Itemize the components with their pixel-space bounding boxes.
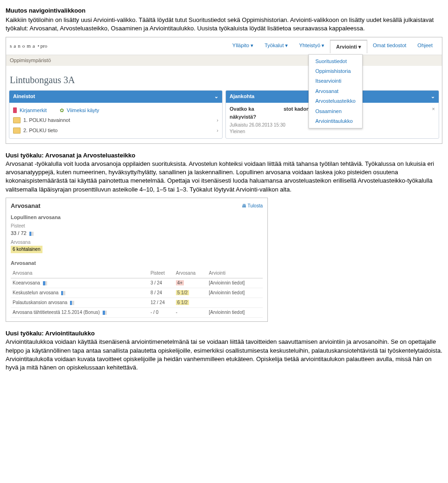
section-grades: Arvosanat <box>11 260 263 267</box>
nav-yhteistyo[interactable]: Yhteistyö ▾ <box>294 39 330 53</box>
folder-item-1[interactable]: 1. POLKU havainnot <box>23 117 70 124</box>
label-points: Pisteet <box>11 223 263 229</box>
heading-1: Muutos navigointivalikkoon <box>6 7 442 15</box>
panel-title: Ajankohta <box>230 93 254 100</box>
bar-icon <box>43 281 47 285</box>
grade-points: - / 0 <box>148 308 174 318</box>
review-link[interactable] <box>207 298 263 308</box>
chevron-down-icon[interactable]: ⌄ <box>214 93 218 100</box>
bar-icon <box>29 232 34 236</box>
notice-meta-2: Yleinen <box>230 128 435 135</box>
logo-separator-icon: • <box>38 43 40 50</box>
logo-text-2: pro <box>40 43 47 50</box>
course-title: Lintubongaus 3A <box>6 66 442 88</box>
grades-table: Arvosana Pisteet Arvosana Arviointi Koea… <box>11 269 263 318</box>
paragraph-2: Arvosanat -työkalulla voit luoda arvosan… <box>6 160 434 193</box>
grade-points: 3 / 24 <box>148 278 174 288</box>
chevron-down-icon: ▾ <box>358 44 361 50</box>
grade-badge: 4+ <box>176 280 184 285</box>
bar-icon <box>70 301 74 305</box>
grade-badge: 5 1/2 <box>176 290 189 295</box>
screenshot-arvosanat: Arvosanat 🖶 Tulosta Lopullinen arvosana … <box>6 198 268 322</box>
heading-3: Uusi työkalu: Arviointitaulukko <box>6 330 95 337</box>
arviointi-dropdown: Suoritustiedot Oppimishistoria Itsearvio… <box>308 54 363 129</box>
screenshot-nav: sanoma • pro Ylläpito ▾ Työkalut ▾ Yhtei… <box>6 37 442 144</box>
page-title: Arvosanat <box>11 202 41 210</box>
grade-name: Keskustelun arvosana <box>13 290 58 295</box>
bar-icon <box>103 311 107 315</box>
dropdown-item-arvosteluasteikko[interactable]: Arvosteluasteikko <box>309 96 362 106</box>
chevron-right-icon: › <box>217 117 218 124</box>
chevron-right-icon: › <box>217 127 218 134</box>
panel-aineistot: Aineistot ⌄ Kirjanmerkit ✿ Viimeksi käyt… <box>9 90 223 139</box>
grade-name: Palautuskansion arvosana <box>13 300 67 305</box>
review-link[interactable]: [Arvioinnin tiedot] <box>207 288 263 298</box>
panel-title: Aineistot <box>13 93 35 100</box>
grade-badge: - <box>174 308 207 318</box>
print-button[interactable]: 🖶 Tulosta <box>242 203 263 209</box>
chevron-down-icon: ▾ <box>322 43 324 48</box>
th-name: Arvosana <box>11 269 148 278</box>
chevron-down-icon: ▾ <box>285 43 288 48</box>
folder-icon <box>13 128 21 134</box>
dropdown-item-arvosanat[interactable]: Arvosanat <box>309 86 362 96</box>
th-points: Pisteet <box>148 269 174 278</box>
logo-text-1: sanoma <box>10 43 37 50</box>
nav-arviointi[interactable]: Arviointi ▾ <box>330 40 367 53</box>
review-link[interactable]: [Arvioinnin tiedot] <box>207 278 263 288</box>
label-grade: Arvosana <box>11 239 263 246</box>
nav-omat-tiedostot[interactable]: Omat tiedostot <box>367 39 412 53</box>
bar-icon <box>61 291 65 295</box>
dropdown-item-itsearviointi[interactable]: Itsearviointi <box>309 76 362 86</box>
grade-name: Arvosana tähtitieteestä 12.5.2014 (Bonus… <box>13 310 100 315</box>
grade-points: 8 / 24 <box>148 288 174 298</box>
th-review: Arviointi <box>207 269 263 278</box>
chevron-down-icon: ▾ <box>251 43 253 48</box>
th-grade: Arvosana <box>174 269 207 278</box>
value-points: 33 / 72 <box>11 230 263 237</box>
close-icon[interactable]: × <box>432 106 435 122</box>
nav-yllapito[interactable]: Ylläpito ▾ <box>227 39 259 53</box>
dropdown-item-suoritustiedot[interactable]: Suoritustiedot <box>309 57 362 66</box>
section-3: Uusi työkalu: Arviointitaulukko Arvioint… <box>6 329 442 372</box>
paragraph-3: Arviointitaulukkoa voidaan käyttää itsen… <box>6 338 442 371</box>
review-link[interactable]: [Arvioinnin tiedot] <box>207 308 263 318</box>
recent-link[interactable]: Viimeksi käyty <box>67 107 99 114</box>
heading-2: Uusi työkalu: Arvosanat ja Arvosteluaste… <box>6 152 135 159</box>
paragraph-1: Kaikkiin työtiloihin on lisätty uusi Arv… <box>6 16 442 33</box>
value-grade: 6 kohtalainen <box>11 246 42 253</box>
chevron-down-icon[interactable]: ⌄ <box>431 93 435 100</box>
table-row: Koearvosana 3 / 24 4+ [Arvioinnin tiedot… <box>11 278 263 288</box>
top-nav: Ylläpito ▾ Työkalut ▾ Yhteistyö ▾ Arvioi… <box>227 39 438 53</box>
recent-icon: ✿ <box>60 107 64 114</box>
table-row: Keskustelun arvosana 8 / 24 5 1/2 [Arvio… <box>11 288 263 298</box>
folder-icon <box>13 117 21 123</box>
brand-logo: sanoma • pro <box>10 43 47 50</box>
bookmark-icon <box>13 107 17 113</box>
dropdown-item-osaaminen[interactable]: Osaaminen <box>309 107 362 116</box>
dropdown-item-oppimishistoria[interactable]: Oppimishistoria <box>309 66 362 76</box>
bookmarks-link[interactable]: Kirjanmerkit <box>20 107 47 114</box>
nav-ohjeet[interactable]: Ohjeet <box>412 39 438 53</box>
nav-tyokalut[interactable]: Työkalut ▾ <box>259 39 294 53</box>
section-2: Uusi työkalu: Arvosanat ja Arvosteluaste… <box>6 151 442 194</box>
section-final-grade: Lopullinen arvosana <box>11 214 263 221</box>
dropdown-item-arviointitaulukko[interactable]: Arviointitaulukko <box>309 116 362 126</box>
grade-points: 12 / 24 <box>148 298 174 308</box>
grade-name: Koearvosana <box>13 280 40 285</box>
sub-brand: Oppimisympäristö <box>6 55 442 66</box>
table-row: Arvosana tähtitieteestä 12.5.2014 (Bonus… <box>11 308 263 318</box>
folder-item-2[interactable]: 2. POLKU tieto <box>23 127 57 134</box>
grade-badge: 6 1/2 <box>176 300 189 305</box>
table-row: Palautuskansion arvosana 12 / 24 6 1/2 <box>11 298 263 308</box>
